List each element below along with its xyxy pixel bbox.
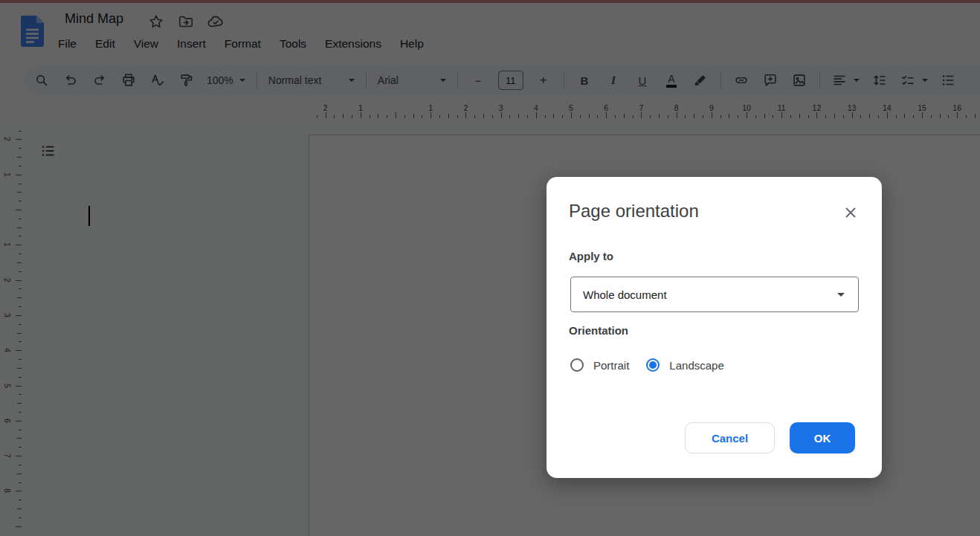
close-icon[interactable] — [840, 202, 861, 223]
landscape-radio[interactable]: Landscape — [646, 358, 723, 372]
portrait-label: Portrait — [593, 359, 629, 372]
chevron-down-icon — [837, 293, 845, 297]
browser-theme-strip — [0, 0, 980, 3]
apply-to-label: Apply to — [569, 250, 613, 262]
cancel-button[interactable]: Cancel — [685, 422, 775, 453]
ok-button[interactable]: OK — [790, 422, 855, 453]
radio-icon — [646, 358, 660, 372]
radio-icon — [570, 358, 584, 372]
portrait-radio[interactable]: Portrait — [570, 358, 629, 372]
orientation-options: Portrait Landscape — [570, 355, 724, 375]
dialog-title: Page orientation — [569, 201, 699, 222]
page-orientation-dialog: Page orientation Apply to Whole document… — [547, 177, 882, 478]
orientation-label: Orientation — [569, 324, 628, 337]
landscape-label: Landscape — [669, 359, 723, 372]
apply-to-select[interactable]: Whole document — [570, 277, 859, 312]
apply-to-value: Whole document — [583, 288, 667, 301]
